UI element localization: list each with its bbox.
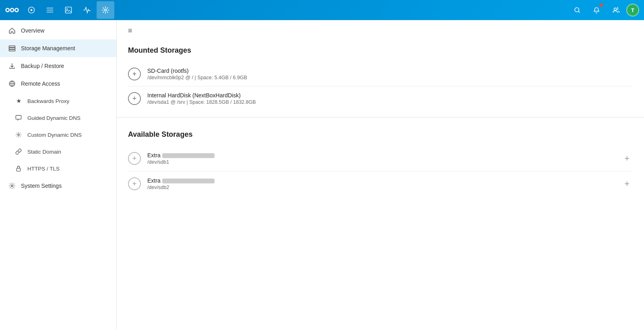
notifications-icon[interactable] <box>588 1 605 19</box>
topnav-app-icons <box>23 1 568 19</box>
topnav-right-icons: T <box>568 1 639 19</box>
extra2-redacted <box>162 179 215 183</box>
lock-icon <box>14 164 23 173</box>
extra1-add-button[interactable]: + <box>128 152 141 165</box>
svg-point-7 <box>31 9 33 11</box>
svg-rect-13 <box>9 46 15 47</box>
extra2-mount-button[interactable]: + <box>621 177 633 191</box>
mounted-storages-title: Mounted Storages <box>128 46 633 55</box>
content-area: ≡ Mounted Storages + SD-Card (rootfs) /d… <box>117 20 644 329</box>
content-header: ≡ <box>117 20 644 40</box>
files-icon[interactable] <box>41 1 59 19</box>
user-avatar[interactable]: T <box>626 4 639 16</box>
link-icon <box>14 148 23 156</box>
available-storages-title: Available Storages <box>128 130 633 139</box>
harddisk-add-button[interactable]: + <box>128 92 141 105</box>
harddisk-path: /dev/sda1 @ /srv | Space: 1828.5GB / 183… <box>147 99 633 105</box>
harddisk-name: Internal HardDisk (NextBoxHardDisk) <box>147 92 633 99</box>
sidebar-item-backup-restore[interactable]: Backup / Restore <box>0 57 116 75</box>
home-icon <box>8 27 16 35</box>
sidebar-item-remote-label: Remote Access <box>21 80 60 87</box>
activity-icon[interactable] <box>78 1 96 19</box>
sidebar-item-storage-management[interactable]: Storage Management <box>0 39 116 57</box>
settings-icon[interactable] <box>97 1 114 19</box>
svg-point-11 <box>575 8 579 12</box>
sidebar-item-backup-label: Backup / Restore <box>21 63 64 69</box>
sidebar-item-guided-dns-label: Guided Dynamic DNS <box>27 115 80 121</box>
svg-point-9 <box>66 8 68 10</box>
extra2-add-button[interactable]: + <box>128 177 141 190</box>
backup-icon <box>8 62 16 70</box>
extra1-info: Extra /dev/sdb1 <box>147 152 615 165</box>
svg-point-20 <box>11 185 13 187</box>
svg-rect-8 <box>66 7 72 13</box>
hamburger-icon[interactable]: ≡ <box>126 25 134 37</box>
system-gear-icon <box>8 182 16 190</box>
main-layout: Overview Storage Management Backup / Res… <box>0 20 644 329</box>
sidebar-item-static-domain-label: Static Domain <box>27 149 61 155</box>
sidebar-item-https-tls[interactable]: HTTPS / TLS <box>0 160 116 177</box>
extra1-redacted <box>162 153 215 158</box>
extra2-info: Extra /dev/sdb2 <box>147 177 615 190</box>
sidebar-item-static-domain[interactable]: Static Domain <box>0 143 116 160</box>
harddisk-info: Internal HardDisk (NextBoxHardDisk) /dev… <box>147 92 633 105</box>
notification-badge <box>600 4 603 7</box>
svg-rect-17 <box>16 115 21 119</box>
svg-point-3 <box>6 9 8 11</box>
chat-icon <box>14 114 23 122</box>
svg-point-4 <box>11 9 13 11</box>
mounted-storages-section: Mounted Storages + SD-Card (rootfs) /dev… <box>117 40 644 117</box>
sidebar-item-storage-label: Storage Management <box>21 45 75 51</box>
extra1-path: /dev/sdb1 <box>147 159 615 165</box>
extra2-name: Extra <box>147 177 615 184</box>
photos-icon[interactable] <box>60 1 77 19</box>
storage-item-sdcard: + SD-Card (rootfs) /dev/mmcblk0p2 @ / | … <box>128 62 633 86</box>
storage-item-extra2: + Extra /dev/sdb2 + <box>128 171 633 196</box>
sidebar-item-remote-access[interactable]: Remote Access <box>0 75 116 93</box>
svg-rect-14 <box>9 48 15 49</box>
sidebar: Overview Storage Management Backup / Res… <box>0 20 117 329</box>
globe-icon <box>8 80 16 88</box>
sidebar-item-https-tls-label: HTTPS / TLS <box>27 166 60 172</box>
svg-rect-19 <box>17 168 20 171</box>
extra1-name: Extra <box>147 152 615 158</box>
sdcard-info: SD-Card (rootfs) /dev/mmcblk0p2 @ / | Sp… <box>147 68 633 80</box>
available-storages-section: Available Storages + Extra /dev/sdb1 + +… <box>117 124 644 203</box>
search-icon[interactable] <box>568 1 586 19</box>
contacts-icon[interactable] <box>607 1 625 19</box>
svg-point-5 <box>16 9 18 11</box>
sidebar-item-backwards-proxy-label: Backwards Proxy <box>27 98 69 104</box>
extra2-path: /dev/sdb2 <box>147 185 615 190</box>
storage-icon <box>8 44 16 52</box>
sdcard-add-button[interactable]: + <box>128 68 141 80</box>
sidebar-item-system-settings-label: System Settings <box>21 183 62 189</box>
extra1-mount-button[interactable]: + <box>621 152 633 165</box>
gear-icon <box>14 131 23 139</box>
sidebar-item-guided-dynamic-dns[interactable]: Guided Dynamic DNS <box>0 109 116 126</box>
dashboard-icon[interactable] <box>23 1 40 19</box>
star-icon: ★ <box>14 97 23 105</box>
svg-point-12 <box>614 8 617 10</box>
sidebar-item-overview-label: Overview <box>21 27 44 34</box>
sdcard-name: SD-Card (rootfs) <box>147 68 633 74</box>
sidebar-item-custom-dynamic-dns[interactable]: Custom Dynamic DNS <box>0 126 116 143</box>
storage-item-harddisk: + Internal HardDisk (NextBoxHardDisk) /d… <box>128 86 633 111</box>
storage-item-extra1: + Extra /dev/sdb1 + <box>128 146 633 171</box>
sidebar-item-backwards-proxy[interactable]: ★ Backwards Proxy <box>0 93 116 109</box>
sidebar-item-custom-dns-label: Custom Dynamic DNS <box>27 132 82 138</box>
sdcard-path: /dev/mmcblk0p2 @ / | Space: 5.4GB / 6.9G… <box>147 75 633 80</box>
svg-rect-15 <box>9 49 15 51</box>
app-logo[interactable] <box>5 5 19 15</box>
svg-point-18 <box>18 134 19 136</box>
topnav: T <box>0 0 644 20</box>
sidebar-item-overview[interactable]: Overview <box>0 22 116 39</box>
svg-point-10 <box>105 9 107 11</box>
sidebar-item-system-settings[interactable]: System Settings <box>0 177 116 195</box>
